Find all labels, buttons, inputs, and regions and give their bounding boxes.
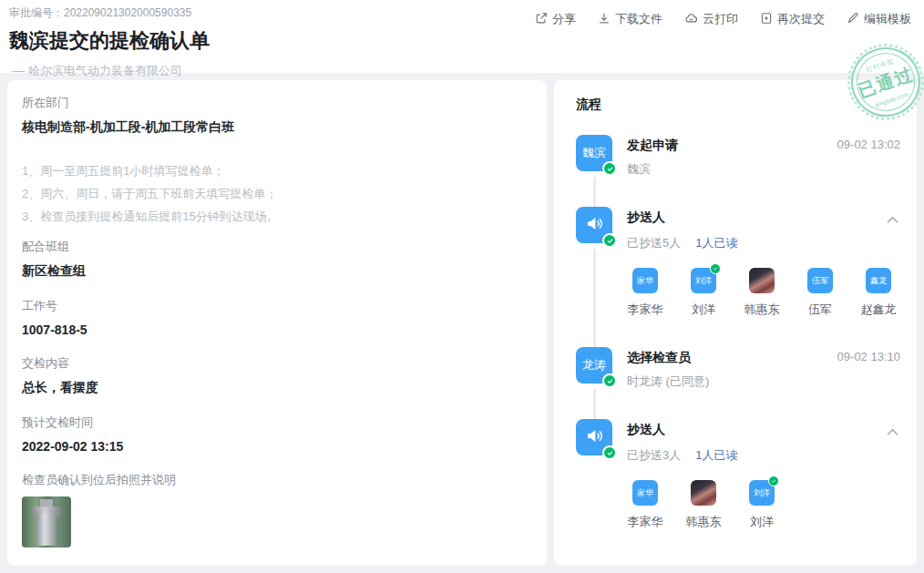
cc-person[interactable]: 韩惠东 [685,480,722,530]
note-line: 1、周一至周五提前1小时填写提检单； [22,159,532,182]
cc-person-name: 刘洋 [750,514,774,530]
resubmit-icon [760,12,773,27]
share-button[interactable]: 分享 [535,10,576,28]
step-body: 抄送人 已抄送3人 1人已读 家华 李家华 韩惠东 [627,419,900,530]
field-value: 总长，看摆度 [22,380,532,396]
download-file-button[interactable]: 下载文件 [598,10,662,28]
cloud-print-icon [684,12,698,27]
cc-person-name: 李家华 [628,302,663,318]
cc-person[interactable]: 韩惠东 [744,268,780,318]
flow-step-cc-1: 抄送人 已抄送5人 1人已读 家华 李家华 刘洋 [576,207,900,347]
field-photo: 检查员确认到位后拍照并说明 [22,472,532,547]
cc-person[interactable]: 刘洋 刘洋 [685,268,722,318]
check-badge-icon [602,445,617,460]
form-panel: 所在部门 核电制造部-机加工段-机加工段常白班 1、周一至周五提前1小时填写提检… [7,80,547,566]
avatar: 龙涛 [576,347,612,384]
read-check-icon [710,263,721,274]
check-badge-icon [602,161,617,176]
timeline-connector [593,249,596,347]
step-title-row: 抄送人 [627,419,900,440]
avatar-photo [691,480,716,506]
cc-person[interactable]: 家华 李家华 [627,480,663,530]
cc-status-row: 已抄送5人 1人已读 [627,235,900,251]
cc-person-name: 韩惠东 [686,514,722,530]
avatar: 伍军 [807,268,833,293]
step-title: 抄送人 [627,419,885,438]
avatar: 刘洋 [749,480,775,506]
collapse-chevron-icon[interactable] [885,419,900,440]
avatar-photo [749,268,775,293]
flow-step-initiate: 魏滨 发起申请 09-02 13:02 魏滨 [576,135,900,207]
resubmit-button[interactable]: 再次提交 [760,10,825,28]
approval-number: 审批编号：202209021302000590335 [9,5,210,21]
check-badge-icon [602,233,617,248]
step-timestamp: 09-02 13:10 [837,347,900,363]
flow-step-choose-inspector: 龙涛 选择检查员 09-02 13:10 时龙涛 (已同意) [576,347,900,419]
field-label: 预计交检时间 [22,414,532,431]
cc-status-row: 已抄送3人 1人已读 [627,447,900,464]
avatar [576,419,612,455]
field-department: 所在部门 核电制造部-机加工段-机加工段常白班 [22,95,532,136]
avatar: 刘洋 [691,268,716,293]
cc-person-name: 刘洋 [692,302,715,318]
cc-person-name: 李家华 [628,514,663,530]
field-label: 交检内容 [22,355,532,372]
share-icon [535,12,548,27]
edit-template-button[interactable]: 编辑模板 [847,10,911,28]
timeline-connector [593,389,596,419]
step-body: 发起申请 09-02 13:02 魏滨 [627,135,900,207]
company-subtitle: ·— 哈尔滨电气动力装备有限公司 [9,63,210,79]
cc-person-name: 韩惠东 [744,302,780,318]
avatar-text: 魏滨 [582,145,606,161]
cc-person[interactable]: 伍军 伍军 [802,268,838,318]
cc-count: 已抄送3人 [627,447,681,464]
attachment-photo-thumbnail[interactable] [22,496,71,547]
step-title: 选择检查员 [627,347,837,366]
note-line: 2、周六、周日，请于周五下班前天填写提检单； [22,182,532,205]
timeline-left: 魏滨 [576,135,612,207]
step-timestamp: 09-02 13:02 [837,135,900,151]
header-actions: 分享 下载文件 云打印 再次提交 编辑模板 [535,5,915,73]
step-title-row: 选择检查员 09-02 13:10 [627,347,900,366]
cloud-print-label: 云打印 [703,11,738,27]
field-value: 1007-818-5 [22,322,532,337]
flow-title: 流程 [576,97,900,113]
avatar: 家华 [632,480,658,506]
cc-person[interactable]: 家华 李家华 [627,268,663,318]
field-label: 所在部门 [22,95,532,111]
form-notes: 1、周一至周五提前1小时填写提检单； 2、周六、周日，请于周五下班前天填写提检单… [22,159,532,228]
field-value: 新区检查组 [22,263,532,280]
megaphone-icon [585,426,604,448]
step-title-row: 抄送人 [627,207,900,228]
cc-read-link[interactable]: 1人已读 [695,447,737,464]
step-subtitle: 时龙涛 (已同意) [627,373,900,390]
cc-person[interactable]: 刘洋 刘洋 [744,480,780,530]
cc-read-link[interactable]: 1人已读 [695,235,737,251]
megaphone-icon [585,214,604,236]
step-title-row: 发起申请 09-02 13:02 [627,135,900,154]
field-value: 核电制造部-机加工段-机加工段常白班 [22,119,532,136]
header-left: 审批编号：202209021302000590335 魏滨提交的提检确认单 ·—… [9,5,210,73]
avatar-text: 鑫龙 [870,275,887,287]
avatar: 魏滨 [576,135,612,171]
download-label: 下载文件 [615,11,662,27]
step-subtitle: 魏滨 [627,161,900,178]
avatar-text: 家华 [637,275,653,287]
timeline-left [576,419,612,530]
collapse-chevron-icon[interactable] [885,207,900,228]
avatar: 鑫龙 [866,268,891,293]
step-title: 抄送人 [627,207,885,226]
resubmit-label: 再次提交 [777,11,825,27]
timeline-left: 龙涛 [576,347,612,419]
timeline-connector [593,177,596,207]
cc-person[interactable]: 鑫龙 赵鑫龙 [860,268,897,318]
field-label: 工作号 [22,298,532,314]
field-label: 配合班组 [22,239,532,255]
cc-people-row: 家华 李家华 刘洋 刘洋 韩惠东 伍军 伍 [627,268,900,318]
field-inspection-content: 交检内容 总长，看摆度 [22,355,532,396]
photo-part-cylinder [36,513,56,546]
flow-panel: 流程 魏滨 发起申请 09-02 13:02 魏滨 [554,80,917,566]
cloud-print-button[interactable]: 云打印 [684,10,738,28]
field-expected-time: 预计交检时间 2022-09-02 13:15 [22,414,532,454]
avatar-text: 龙涛 [582,357,606,373]
